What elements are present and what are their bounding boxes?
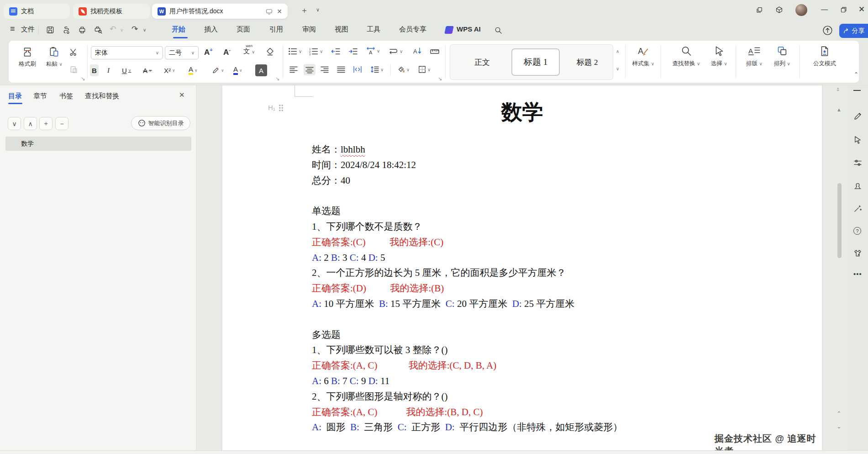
- scrollbar-thumb[interactable]: [837, 183, 842, 258]
- more-tools-icon[interactable]: •••: [853, 270, 862, 278]
- font-size-select[interactable]: 二号∨: [165, 46, 199, 59]
- arrange-button[interactable]: 排列 ∨: [769, 45, 795, 68]
- smart-toc-button[interactable]: 智能识别目录: [131, 116, 190, 130]
- doc-paragraph[interactable]: 正确答案:(C) 我的选择:(C): [312, 235, 768, 250]
- justify-button[interactable]: [337, 66, 346, 73]
- undo-icon[interactable]: ↶: [110, 24, 116, 34]
- print-preview-icon[interactable]: [94, 26, 103, 34]
- doc-paragraph[interactable]: A: 6 B: 7 C: 9 D: 11: [312, 374, 768, 389]
- menu-file[interactable]: 文件: [21, 25, 35, 34]
- redo-chevron-icon[interactable]: ∨: [143, 27, 146, 32]
- hamburger-icon[interactable]: ≡: [10, 24, 15, 34]
- document-title[interactable]: 数学: [222, 98, 822, 127]
- menu-home[interactable]: 开始: [172, 25, 185, 34]
- minimize-icon[interactable]: —: [821, 5, 828, 12]
- doc-paragraph[interactable]: A: 圆形 B: 三角形 C: 正方形 D: 平行四边形（非特殊，如矩形或菱形）: [312, 420, 768, 435]
- text-effects-pen-icon[interactable]: ∨: [210, 64, 226, 76]
- text-wrap-button[interactable]: ∨: [389, 48, 403, 55]
- doc-paragraph[interactable]: 2、一个正方形的边长为 5 厘米，它的面积是多少平方厘米？: [312, 265, 768, 281]
- increase-indent-icon[interactable]: [348, 48, 358, 55]
- app-box-icon[interactable]: [775, 6, 783, 14]
- toc-zoom-in-icon[interactable]: ＋: [39, 117, 53, 130]
- numbered-list-button[interactable]: 123∨: [309, 48, 323, 55]
- sort-button[interactable]: A: [412, 47, 422, 55]
- typeset-button[interactable]: A 排版 ∨: [741, 45, 768, 68]
- pinyin-guide-button[interactable]: wén 文 ∨: [243, 44, 255, 55]
- adjust-sliders-icon[interactable]: [853, 158, 862, 167]
- bold-button[interactable]: B: [90, 64, 99, 76]
- style-heading1[interactable]: 标题 1: [511, 48, 560, 76]
- print-icon[interactable]: [78, 26, 87, 34]
- close-tab-icon[interactable]: ✕: [277, 8, 282, 15]
- paste-special-icon[interactable]: [69, 65, 78, 74]
- style-heading2[interactable]: 标题 2: [565, 48, 609, 76]
- close-window-icon[interactable]: ✕: [858, 5, 865, 13]
- char-shading-button[interactable]: A: [255, 64, 267, 76]
- tab-current-document[interactable]: W 用户作答情况.docx ✕: [152, 4, 288, 19]
- menu-member[interactable]: 会员专享: [399, 25, 426, 34]
- borders-button[interactable]: ∨: [418, 65, 431, 74]
- font-color-button[interactable]: A∨: [231, 64, 244, 76]
- help-icon[interactable]: ?: [853, 227, 861, 235]
- doc-paragraph[interactable]: 姓名：lbhlbh: [312, 142, 768, 158]
- close-sidebar-icon[interactable]: ✕: [179, 91, 185, 99]
- doc-paragraph[interactable]: [312, 312, 768, 327]
- share-button[interactable]: 分享: [839, 24, 868, 38]
- redo-icon[interactable]: ↷: [132, 24, 138, 34]
- document-page[interactable]: H₁ 数学 姓名：lbhlbh时间：2024/8/24 18:42:12总分：4…: [222, 85, 822, 451]
- italic-button[interactable]: I: [105, 64, 111, 76]
- ruler-icon[interactable]: [430, 48, 440, 55]
- clipboard-dialog-launcher-icon[interactable]: ↘: [81, 76, 85, 81]
- avatar[interactable]: [795, 4, 807, 16]
- undo-chevron-icon[interactable]: ∨: [120, 27, 123, 32]
- collapse-strip-icon[interactable]: [853, 90, 861, 91]
- toc-collapse-icon[interactable]: ∧: [24, 117, 37, 130]
- decrease-indent-icon[interactable]: [331, 48, 341, 55]
- menu-references[interactable]: 引用: [269, 25, 283, 34]
- eraser-icon[interactable]: [265, 47, 275, 56]
- search-icon[interactable]: [494, 26, 503, 35]
- paste-button[interactable]: 粘贴 ∨: [42, 46, 66, 68]
- text-direction-button[interactable]: A∨: [366, 47, 380, 55]
- underline-button[interactable]: U∨: [120, 64, 133, 76]
- toc-item[interactable]: 数学: [5, 137, 191, 151]
- save-icon[interactable]: [46, 26, 55, 34]
- style-normal[interactable]: 正文: [458, 48, 506, 76]
- align-right-button[interactable]: [320, 66, 329, 73]
- duplicate-window-icon[interactable]: [756, 6, 763, 14]
- menu-review[interactable]: 审阅: [302, 25, 316, 34]
- grow-font-button[interactable]: A+: [204, 47, 213, 57]
- toc-expand-icon[interactable]: ∨: [8, 117, 21, 130]
- doc-paragraph[interactable]: 正确答案:(A, C) 我的选择:(B, D, C): [312, 405, 768, 420]
- sidebar-tab-chapters[interactable]: 章节: [33, 92, 47, 100]
- tab-templates[interactable]: 找稻壳模板: [73, 4, 150, 19]
- gov-mode-button[interactable]: 公文模式: [804, 45, 845, 68]
- distribute-button[interactable]: [353, 66, 362, 73]
- shading-button[interactable]: ∨: [397, 65, 410, 74]
- sidebar-tab-toc[interactable]: 目录: [8, 92, 22, 100]
- doc-paragraph[interactable]: 总分：40: [312, 173, 768, 189]
- doc-paragraph[interactable]: A: 2 B: 3 C: 4 D: 5: [312, 250, 768, 266]
- align-left-button[interactable]: [289, 66, 298, 73]
- upload-cloud-icon[interactable]: [822, 25, 833, 36]
- align-center-button[interactable]: [304, 64, 316, 75]
- doc-paragraph[interactable]: 2、下列哪些图形是轴对称的？(): [312, 389, 768, 405]
- menu-view[interactable]: 视图: [335, 25, 348, 34]
- theme-skin-icon[interactable]: [853, 249, 862, 258]
- paragraph-dialog-launcher-icon[interactable]: ↘: [438, 76, 442, 81]
- doc-paragraph[interactable]: 1、下列哪些数可以被 3 整除？(): [312, 343, 768, 358]
- pointer-tool-icon[interactable]: [853, 136, 862, 144]
- sidebar-tab-bookmarks[interactable]: 书签: [59, 92, 73, 100]
- tab-list-chevron-icon[interactable]: ∨: [316, 7, 320, 12]
- select-button[interactable]: 选择 ∨: [706, 45, 732, 68]
- doc-paragraph[interactable]: 正确答案:(D) 我的选择:(B): [312, 281, 768, 296]
- strikethrough-button[interactable]: A∨: [141, 64, 154, 76]
- edit-pen-icon[interactable]: [853, 112, 862, 121]
- seal-signature-icon[interactable]: [853, 181, 862, 190]
- format-painter-button[interactable]: 格式刷: [14, 46, 41, 68]
- new-tab-icon[interactable]: ＋: [300, 6, 308, 14]
- menu-tools[interactable]: 工具: [367, 25, 380, 34]
- doc-paragraph[interactable]: 单选题: [312, 204, 768, 219]
- font-dialog-launcher-icon[interactable]: ↘: [275, 76, 279, 81]
- doc-paragraph[interactable]: 多选题: [312, 327, 768, 343]
